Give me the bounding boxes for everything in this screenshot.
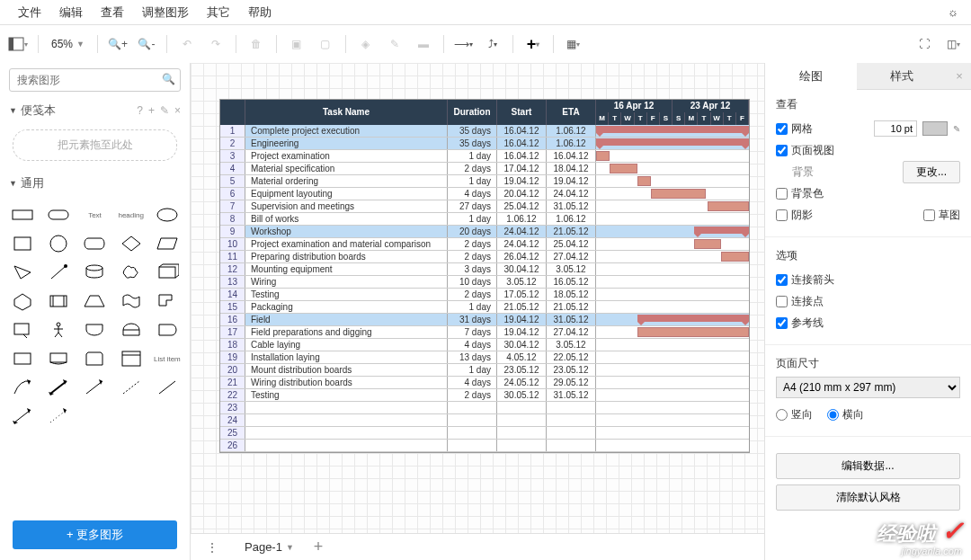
pagesize-title: 页面尺寸 <box>776 356 960 371</box>
menu-查看[interactable]: 查看 <box>92 1 133 24</box>
shape-4[interactable] <box>152 202 183 227</box>
zoom-select[interactable]: 65%▼ <box>46 36 90 52</box>
shape-32[interactable] <box>79 375 110 400</box>
connection-icon[interactable]: ⟶▾ <box>451 31 477 57</box>
close-panel-icon[interactable]: × <box>948 63 971 90</box>
shape-2[interactable]: Text <box>79 202 110 227</box>
shape-15[interactable] <box>7 289 38 314</box>
add-page-button[interactable]: + <box>314 538 324 556</box>
more-shapes-button[interactable]: + 更多图形 <box>13 520 177 549</box>
grid-checkbox[interactable]: 网格 <box>776 121 813 137</box>
landscape-radio[interactable]: 横向 <box>827 407 864 422</box>
shadow-icon[interactable]: ▬ <box>411 31 436 57</box>
pagesize-select[interactable]: A4 (210 mm x 297 mm) <box>776 377 960 398</box>
conn-points-checkbox[interactable]: 连接点 <box>776 294 824 309</box>
menu-其它[interactable]: 其它 <box>198 1 239 24</box>
delete-icon[interactable]: 🗑 <box>244 31 269 57</box>
shape-24[interactable] <box>152 317 183 342</box>
menu-帮助[interactable]: 帮助 <box>239 1 281 24</box>
edit-data-button[interactable]: 编辑数据... <box>776 453 960 479</box>
sidebar-toggle[interactable]: ▾ <box>5 31 31 57</box>
tab-style[interactable]: 样式 <box>857 63 949 90</box>
zoom-out-icon[interactable]: 🔍- <box>134 31 159 57</box>
fill-icon[interactable]: ◈ <box>353 31 379 57</box>
svg-line-23 <box>50 381 67 394</box>
bgcolor-checkbox[interactable]: 背景色 <box>776 186 824 201</box>
shape-36[interactable] <box>43 404 74 429</box>
shape-6[interactable] <box>43 231 74 256</box>
fullscreen-icon[interactable]: ⛶ <box>912 31 937 57</box>
format-panel-toggle[interactable]: ◫▾ <box>940 31 966 57</box>
shape-22[interactable] <box>79 317 110 342</box>
shape-27[interactable] <box>79 346 110 371</box>
shape-33[interactable] <box>116 375 147 400</box>
page-tab[interactable]: Page-1▼ <box>236 537 303 557</box>
waypoint-icon[interactable]: ⤴▾ <box>480 31 505 57</box>
shape-12[interactable] <box>79 260 110 285</box>
shape-30[interactable] <box>7 375 38 400</box>
shape-28[interactable] <box>116 346 147 371</box>
gantt-row-8: 8Bill of works1 day1.06.121.06.12 <box>220 213 749 226</box>
general-header[interactable]: ▼ 通用 <box>0 170 190 197</box>
shape-10[interactable] <box>7 260 38 285</box>
change-bg-button[interactable]: 更改... <box>903 161 960 183</box>
redo-icon[interactable]: ↷ <box>203 31 228 57</box>
pageview-checkbox[interactable]: 页面视图 <box>776 143 834 158</box>
clear-style-button[interactable]: 清除默认风格 <box>776 484 960 511</box>
shape-20[interactable] <box>7 317 38 342</box>
shadow-checkbox[interactable]: 阴影 <box>776 208 813 223</box>
insert-icon[interactable]: +▾ <box>521 31 546 57</box>
shape-34[interactable] <box>152 375 183 400</box>
shape-25[interactable] <box>7 346 38 371</box>
zoom-in-icon[interactable]: 🔍+ <box>105 31 130 57</box>
shape-13[interactable] <box>116 260 147 285</box>
shape-23[interactable] <box>116 317 147 342</box>
to-back-icon[interactable]: ▢ <box>313 31 338 57</box>
shape-21[interactable] <box>43 317 74 342</box>
undo-icon[interactable]: ↶ <box>174 31 200 57</box>
help-icon[interactable]: ? <box>137 104 143 117</box>
shape-16[interactable] <box>43 289 74 314</box>
shape-14[interactable] <box>152 260 183 285</box>
shape-0[interactable] <box>7 202 38 227</box>
scratchpad-dropzone[interactable]: 把元素拖至此处 <box>13 129 177 161</box>
menu-调整图形[interactable]: 调整图形 <box>133 1 198 24</box>
shape-31[interactable] <box>43 375 74 400</box>
edit-icon[interactable]: ✎ <box>160 104 169 117</box>
canvas[interactable]: Task NameDurationStartETA16 Apr 1223 Apr… <box>191 63 764 560</box>
shape-3[interactable]: heading <box>116 202 147 227</box>
scratchpad-header[interactable]: ▼ 便笺本 ?+✎× <box>0 97 190 124</box>
shape-35[interactable] <box>7 404 38 429</box>
grid-size-input[interactable] <box>874 120 917 137</box>
search-input[interactable] <box>9 68 181 92</box>
close-icon[interactable]: × <box>174 104 181 117</box>
conn-arrows-checkbox[interactable]: 连接箭头 <box>776 272 834 288</box>
shape-1[interactable] <box>43 202 74 227</box>
menubar: 文件编辑查看调整图形其它帮助 ☼ <box>0 0 971 25</box>
line-color-icon[interactable]: ✎ <box>382 31 407 57</box>
shape-19[interactable] <box>152 289 183 314</box>
table-icon[interactable]: ▦▾ <box>561 31 586 57</box>
color-picker-icon[interactable]: ✎ <box>953 124 960 134</box>
shape-29[interactable]: List item <box>152 346 183 371</box>
menu-编辑[interactable]: 编辑 <box>50 1 92 24</box>
tab-draw[interactable]: 绘图 <box>765 63 857 90</box>
menu-文件[interactable]: 文件 <box>9 1 50 24</box>
grid-color-swatch[interactable] <box>922 121 948 136</box>
pages-menu-icon[interactable]: ⋮ <box>200 535 225 560</box>
shape-26[interactable] <box>43 346 74 371</box>
shape-17[interactable] <box>79 289 110 314</box>
shape-18[interactable] <box>116 289 147 314</box>
theme-toggle[interactable]: ☼ <box>944 2 962 22</box>
shape-8[interactable] <box>116 231 147 256</box>
shape-7[interactable] <box>79 231 110 256</box>
portrait-radio[interactable]: 竖向 <box>776 407 813 422</box>
shape-9[interactable] <box>152 231 183 256</box>
toolbar: ▾ 65%▼ 🔍+ 🔍- ↶ ↷ 🗑 ▣ ▢ ◈ ✎ ▬ ⟶▾ ⤴▾ +▾ ▦▾… <box>0 25 971 63</box>
shape-5[interactable] <box>7 231 38 256</box>
shape-11[interactable] <box>43 260 74 285</box>
to-front-icon[interactable]: ▣ <box>284 31 309 57</box>
sketch-checkbox[interactable]: 草图 <box>923 208 960 223</box>
guides-checkbox[interactable]: 参考线 <box>776 316 824 331</box>
add-icon[interactable]: + <box>148 104 155 117</box>
